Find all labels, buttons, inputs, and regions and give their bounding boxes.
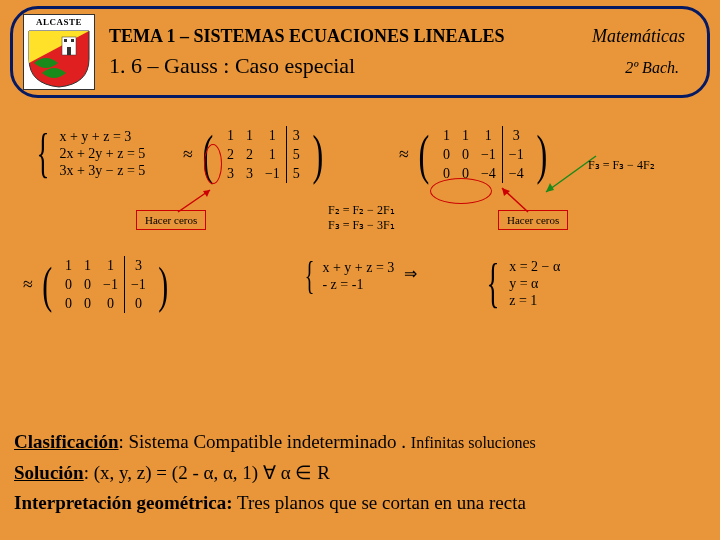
matrix-2: ≈ ( 1113 00−1−1 00−4−4 ) [396,126,551,183]
slide: ALCASTE TEMA 1 – SISTEMAS ECUACIONES [0,0,720,540]
parametric-solution: { x = 2 − α y = α z = 1 [480,256,560,310]
row-operations-2: F₃ = F₃ − 4F₂ [588,158,655,173]
interpretation-text: Tres planos que se cortan en una recta [233,492,526,513]
classification-label: Clasificación [14,431,119,452]
op: F₃ = F₃ − 3F₁ [328,218,395,233]
eq: 2x + 2y + z = 5 [59,145,145,162]
solution-label: Solución [14,462,84,483]
subtitle: 1. 6 – Gauss : Caso especial [109,53,355,79]
row-operations-1: F₂ = F₂ − 2F₁ F₃ = F₃ − 3F₁ [328,203,395,233]
svg-rect-2 [71,39,74,42]
header-texts: TEMA 1 – SISTEMAS ECUACIONES LINEALES Ma… [95,9,707,95]
eq: x = 2 − α [509,258,560,275]
pivot-circle-icon [204,144,222,184]
hacer-ceros-label: Hacer ceros [498,210,568,230]
reduced-system: { x + y + z = 3 - z = -1 ⇒ [300,256,423,296]
solution-text: : (x, y, z) = (2 - α, α, 1) ∀ α ∈ R [84,462,330,483]
svg-rect-3 [67,47,71,55]
classification-tail: Infinitas soluciones [411,434,536,451]
eq: z = 1 [509,292,560,309]
zeros-circle-icon [430,178,492,204]
op: F₂ = F₂ − 2F₁ [328,203,395,218]
interpretation-label: Interpretación geométrica: [14,492,233,513]
svg-rect-1 [64,39,67,42]
header: ALCASTE TEMA 1 – SISTEMAS ECUACIONES [10,6,710,98]
eq: x + y + z = 3 [59,128,145,145]
eq: - z = -1 [322,276,394,293]
hacer-ceros-label: Hacer ceros [136,210,206,230]
original-system: { x + y + z = 3 2x + 2y + z = 5 3x + 3y … [30,126,145,180]
matrix-1: ≈ ( 1113 2215 33−15 ) [180,126,327,183]
crest-label: ALCASTE [24,15,94,29]
op: F₃ = F₃ − 4F₂ [588,158,655,173]
content-area: { x + y + z = 3 2x + 2y + z = 5 3x + 3y … [0,104,720,540]
eq: y = α [509,275,560,292]
subject-label: Matemáticas [592,26,693,47]
shield-icon [24,29,94,89]
footer-text: Clasificación: Sistema Compatible indete… [14,427,710,518]
topic-title: TEMA 1 – SISTEMAS ECUACIONES LINEALES [109,26,505,47]
level-label: 2º Bach. [625,59,693,77]
matrix-3: ≈ ( 1113 00−1−1 0000 ) [20,256,172,313]
header-wrap: ALCASTE TEMA 1 – SISTEMAS ECUACIONES [0,0,720,102]
classification-text: : Sistema Compatible indeterminado . [119,431,411,452]
eq: x + y + z = 3 [322,259,394,276]
crest-logo: ALCASTE [23,14,95,90]
eq: 3x + 3y − z = 5 [59,162,145,179]
